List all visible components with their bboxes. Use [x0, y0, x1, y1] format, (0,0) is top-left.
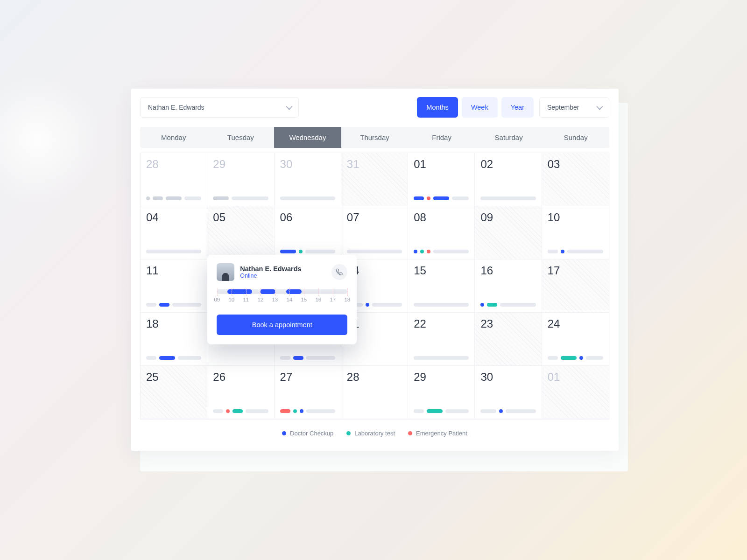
- dow-monday[interactable]: Monday: [140, 127, 207, 148]
- day-cell[interactable]: 23: [475, 313, 542, 366]
- timeline-hour-label: 18: [344, 297, 350, 302]
- day-cell[interactable]: 24: [542, 313, 609, 366]
- event-pill: [414, 409, 424, 413]
- timeline-hour-label: 09: [214, 297, 220, 302]
- day-number: 22: [414, 317, 469, 330]
- day-cell[interactable]: 15: [408, 259, 475, 313]
- event-pill: [280, 409, 290, 413]
- day-events: [146, 356, 201, 360]
- day-cell[interactable]: 18: [141, 313, 207, 366]
- timeline[interactable]: [217, 289, 347, 294]
- day-cell[interactable]: 02: [475, 153, 542, 206]
- legend-label: Doctor Checkup: [290, 430, 333, 437]
- dow-sunday[interactable]: Sunday: [542, 127, 609, 148]
- day-events: [480, 303, 536, 307]
- event-pill: [427, 196, 430, 200]
- day-number: 29: [414, 371, 469, 384]
- legend-dot: [282, 431, 286, 435]
- event-pill: [506, 409, 536, 413]
- timeline-hour-label: 12: [257, 297, 263, 302]
- day-cell[interactable]: 30: [275, 153, 341, 206]
- day-events: [146, 303, 201, 307]
- day-cell[interactable]: 09: [475, 206, 542, 259]
- person-select-label: Nathan E. Edwards: [148, 104, 204, 111]
- day-cell[interactable]: 28: [141, 153, 207, 206]
- day-number: 29: [213, 158, 268, 171]
- event-pill: [561, 250, 564, 253]
- day-cell[interactable]: 27: [275, 366, 341, 419]
- day-cell[interactable]: 06: [275, 206, 341, 259]
- day-cell[interactable]: 26: [207, 366, 274, 419]
- appointment-popover: Nathan E. Edwards Online 091011121314151…: [207, 255, 357, 344]
- event-pill: [487, 303, 497, 307]
- book-appointment-button[interactable]: Book a appointment: [217, 315, 347, 335]
- call-button[interactable]: [331, 264, 347, 280]
- event-pill: [146, 250, 201, 253]
- day-number: 28: [146, 158, 201, 171]
- view-week-button[interactable]: Week: [462, 97, 498, 118]
- day-cell[interactable]: 01: [542, 366, 609, 419]
- day-cell[interactable]: 29: [408, 366, 475, 419]
- event-pill: [414, 303, 469, 307]
- legend-item: Laboratory test: [346, 430, 395, 437]
- day-cell[interactable]: 30: [475, 366, 542, 419]
- dow-thursday[interactable]: Thursday: [341, 127, 409, 148]
- event-pill: [280, 356, 290, 360]
- day-number: 07: [347, 211, 402, 224]
- event-pill: [480, 409, 496, 413]
- day-cell[interactable]: 04: [141, 206, 207, 259]
- event-pill: [548, 250, 558, 253]
- day-cell[interactable]: 01: [408, 153, 475, 206]
- dow-wednesday[interactable]: Wednesday: [274, 127, 341, 148]
- day-events: [347, 250, 402, 253]
- day-events: [414, 303, 469, 307]
- event-pill: [414, 356, 469, 360]
- day-number: 18: [146, 317, 201, 330]
- event-pill: [561, 356, 577, 360]
- event-pill: [372, 303, 402, 307]
- legend-item: Emergency Patient: [408, 430, 467, 437]
- day-cell[interactable]: 29: [207, 153, 274, 206]
- event-pill: [445, 409, 469, 413]
- day-number: 05: [213, 211, 268, 224]
- day-cell[interactable]: 10: [542, 206, 609, 259]
- timeline-slot[interactable]: [260, 289, 276, 294]
- timeline-slot[interactable]: [227, 289, 252, 294]
- event-pill: [159, 356, 175, 360]
- day-cell[interactable]: 25: [141, 366, 207, 419]
- day-events: [280, 196, 335, 200]
- day-cell[interactable]: 05: [207, 206, 274, 259]
- day-cell[interactable]: 03: [542, 153, 609, 206]
- month-select[interactable]: September: [539, 97, 609, 118]
- view-months-button[interactable]: Months: [417, 97, 458, 118]
- day-events: [213, 409, 268, 413]
- dow-saturday[interactable]: Saturday: [475, 127, 543, 148]
- view-segmented: Months Week Year: [417, 97, 534, 118]
- timeline-hour-label: 11: [243, 297, 249, 302]
- day-cell[interactable]: 17: [542, 259, 609, 313]
- event-pill: [433, 250, 469, 253]
- day-cell[interactable]: 28: [341, 366, 408, 419]
- day-number: 17: [548, 264, 603, 277]
- toolbar: Nathan E. Edwards Months Week Year Septe…: [131, 89, 619, 124]
- day-cell[interactable]: 22: [408, 313, 475, 366]
- day-number: 25: [146, 371, 201, 384]
- day-cell[interactable]: 07: [341, 206, 408, 259]
- event-pill: [366, 303, 369, 307]
- view-year-button[interactable]: Year: [501, 97, 534, 118]
- month-select-label: September: [547, 104, 579, 111]
- person-select[interactable]: Nathan E. Edwards: [140, 97, 299, 118]
- event-pill: [213, 409, 223, 413]
- day-cell[interactable]: 16: [475, 259, 542, 313]
- day-of-week-header: MondayTuesdayWednesdayThursdayFridaySatu…: [140, 127, 609, 148]
- event-pill: [184, 196, 201, 200]
- day-events: [280, 250, 335, 253]
- day-cell[interactable]: 08: [408, 206, 475, 259]
- dow-friday[interactable]: Friday: [408, 127, 475, 148]
- day-cell[interactable]: 11: [141, 259, 207, 313]
- day-number: 27: [280, 371, 335, 384]
- day-cell[interactable]: 31: [341, 153, 408, 206]
- day-number: 28: [347, 371, 402, 384]
- timeline-slot[interactable]: [286, 289, 302, 294]
- dow-tuesday[interactable]: Tuesday: [207, 127, 275, 148]
